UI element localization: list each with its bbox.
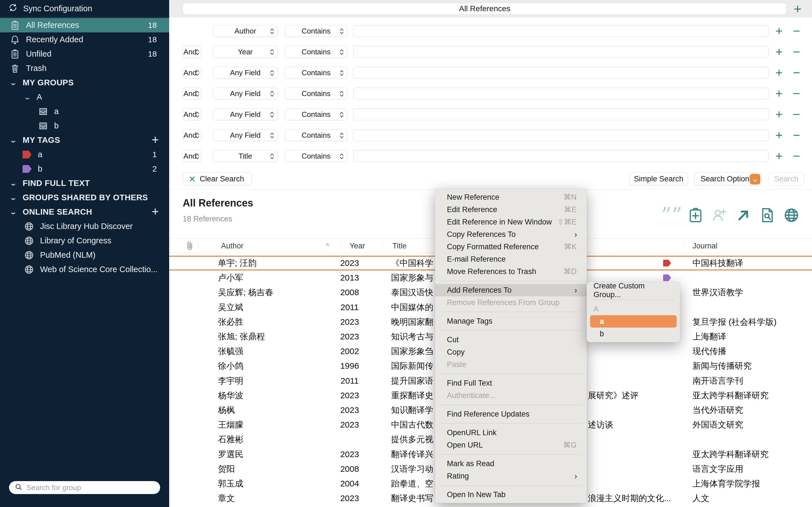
sidebar-item-jisc-library-hub-discover[interactable]: Jisc Library Hub Discover xyxy=(0,219,169,233)
chevron-down-icon[interactable]: ⌄ xyxy=(9,208,17,216)
journal-column-header[interactable]: Journal xyxy=(693,238,718,253)
field-select[interactable]: Title xyxy=(213,150,278,162)
menu-item-mark-as-read[interactable]: Mark as Read xyxy=(435,457,587,470)
remove-row-button[interactable]: − xyxy=(790,46,804,58)
find-full-text-icon[interactable] xyxy=(760,207,775,223)
author-column-header[interactable]: Author xyxy=(221,238,244,253)
menu-item-openurl-link[interactable]: OpenURL Link xyxy=(435,427,587,439)
menu-item-copy-references-to[interactable]: Copy References To› xyxy=(435,228,587,240)
boolean-select[interactable]: And xyxy=(183,88,201,100)
remove-row-button[interactable]: − xyxy=(790,108,804,120)
submenu-item-a[interactable]: a xyxy=(590,315,677,328)
chevron-down-icon[interactable]: ⌄ xyxy=(9,179,17,187)
search-term-input[interactable] xyxy=(353,67,769,78)
sort-ascending-icon[interactable]: ^ xyxy=(326,238,329,253)
online-search-globe-icon[interactable] xyxy=(784,207,799,223)
add-row-button[interactable]: + xyxy=(772,46,786,58)
menu-item-manage-tags[interactable]: Manage Tags xyxy=(435,315,587,327)
sidebar-item-b[interactable]: b xyxy=(0,119,169,133)
operator-select[interactable]: Contains xyxy=(285,129,347,141)
clear-search-button[interactable]: ✕ Clear Search xyxy=(183,172,252,185)
operator-select[interactable]: Contains xyxy=(285,150,347,162)
simple-search-button[interactable]: Simple Search xyxy=(629,172,688,185)
remove-row-button[interactable]: − xyxy=(790,129,804,141)
boolean-select[interactable]: And xyxy=(183,46,201,58)
menu-item-e-mail-reference[interactable]: E-mail Reference xyxy=(435,253,587,265)
group-search-input[interactable] xyxy=(27,483,154,492)
field-select[interactable]: Any Field xyxy=(213,129,278,141)
add-icon[interactable]: + xyxy=(152,133,159,146)
sidebar-item-my-groups[interactable]: ⌄MY GROUPS xyxy=(0,75,169,90)
sidebar-item-unfiled[interactable]: Unfiled18 xyxy=(0,47,169,61)
sidebar-item-a[interactable]: a xyxy=(0,104,169,119)
sidebar-item-find-full-text[interactable]: ⌄FIND FULL TEXT xyxy=(0,176,169,190)
search-term-input[interactable] xyxy=(353,46,769,58)
sidebar-item-groups-shared-by-others[interactable]: ⌄GROUPS SHARED BY OTHERS xyxy=(0,190,169,205)
menu-item-add-references-to[interactable]: Add References To› xyxy=(435,284,587,296)
add-row-button[interactable]: + xyxy=(772,88,786,100)
boolean-select[interactable]: And xyxy=(183,129,201,141)
copy-citation-icon[interactable]: ”” xyxy=(664,207,679,223)
library-selector[interactable]: All References xyxy=(183,3,786,15)
sidebar-item-a[interactable]: ⌄A xyxy=(0,90,169,104)
menu-item-rating[interactable]: Rating› xyxy=(435,470,587,482)
group-search-box[interactable] xyxy=(9,481,160,494)
menu-item-open-in-new-tab[interactable]: Open In New Tab xyxy=(435,489,587,501)
add-row-button[interactable]: + xyxy=(772,67,786,78)
field-select[interactable]: Any Field xyxy=(213,67,278,78)
export-icon[interactable] xyxy=(736,207,751,223)
menu-item-find-reference-updates[interactable]: Find Reference Updates xyxy=(435,408,587,420)
chevron-down-icon[interactable]: ⌄ xyxy=(9,78,17,87)
share-with-person-icon[interactable] xyxy=(712,207,727,223)
boolean-select[interactable]: And xyxy=(183,150,201,162)
field-select[interactable]: Author xyxy=(213,25,278,37)
operator-select[interactable]: Contains xyxy=(285,88,347,100)
attachment-column-icon[interactable] xyxy=(185,238,195,253)
sidebar-item-online-search[interactable]: ⌄ONLINE SEARCH+ xyxy=(0,205,169,219)
copy-to-clipboard-icon[interactable] xyxy=(688,207,703,223)
add-icon[interactable]: + xyxy=(152,205,159,218)
sidebar-item-my-tags[interactable]: ⌄MY TAGS+ xyxy=(0,133,169,147)
chevron-down-icon[interactable]: ⌄ xyxy=(9,136,17,145)
search-term-input[interactable] xyxy=(353,25,769,37)
chevron-down-icon[interactable]: ⌄ xyxy=(750,174,760,184)
chevron-down-icon[interactable]: ⌄ xyxy=(9,193,17,202)
sidebar-item-pubmed-nlm-[interactable]: PubMed (NLM) xyxy=(0,248,169,262)
menu-item-cut[interactable]: Cut xyxy=(435,334,587,346)
sidebar-item-a[interactable]: a1 xyxy=(0,147,169,162)
submenu-item-b[interactable]: b xyxy=(587,328,680,340)
field-select[interactable]: Any Field xyxy=(213,108,278,120)
sync-configuration[interactable]: Sync Configuration xyxy=(0,0,169,17)
add-row-button[interactable]: + xyxy=(772,150,786,162)
search-term-input[interactable] xyxy=(353,150,769,162)
sidebar-item-web-of-science-core-collectio-[interactable]: Web of Science Core Collectio... xyxy=(0,262,169,277)
title-column-header[interactable]: Title xyxy=(393,238,407,253)
boolean-select[interactable]: And xyxy=(183,67,201,78)
sidebar-item-all-references[interactable]: All References18 xyxy=(0,18,169,33)
operator-select[interactable]: Contains xyxy=(285,25,347,37)
add-row-button[interactable]: + xyxy=(772,108,786,120)
field-select[interactable]: Any Field xyxy=(213,88,278,100)
operator-select[interactable]: Contains xyxy=(285,46,347,58)
remove-row-button[interactable]: − xyxy=(790,25,804,37)
search-term-input[interactable] xyxy=(353,129,769,141)
remove-row-button[interactable]: − xyxy=(790,88,804,100)
search-button[interactable]: Search xyxy=(769,172,804,185)
menu-item-copy[interactable]: Copy xyxy=(435,346,587,358)
search-term-input[interactable] xyxy=(353,108,769,120)
remove-row-button[interactable]: − xyxy=(790,67,804,78)
sidebar-item-trash[interactable]: Trash xyxy=(0,61,169,75)
remove-row-button[interactable]: − xyxy=(790,150,804,162)
operator-select[interactable]: Contains xyxy=(285,67,347,78)
menu-item-find-full-text[interactable]: Find Full Text xyxy=(435,377,587,389)
field-select[interactable]: Year xyxy=(213,46,278,58)
menu-item-new-reference[interactable]: New Reference⌘N xyxy=(435,191,587,203)
boolean-select[interactable]: And xyxy=(183,108,201,120)
operator-select[interactable]: Contains xyxy=(285,108,347,120)
menu-item-edit-reference-in-new-window[interactable]: Edit Reference in New Window⇧⌘E xyxy=(435,216,587,228)
sidebar-item-recently-added[interactable]: Recently Added18 xyxy=(0,33,169,47)
search-options-button[interactable]: Search Options ⌄ xyxy=(694,172,762,185)
menu-item-open-url[interactable]: Open URL⌘G xyxy=(435,439,587,451)
menu-item-edit-reference[interactable]: Edit Reference⌘E xyxy=(435,203,587,216)
add-row-button[interactable]: + xyxy=(772,25,786,37)
